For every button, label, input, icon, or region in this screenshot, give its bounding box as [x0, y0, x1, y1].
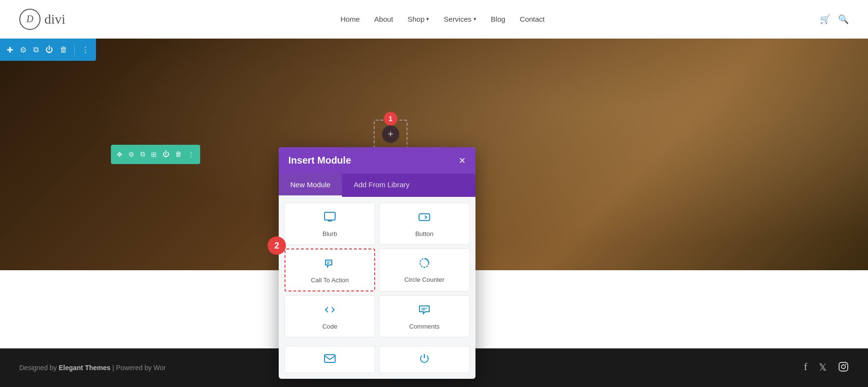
svg-rect-3 — [419, 214, 430, 221]
modal-close-button[interactable]: ✕ — [459, 155, 466, 166]
module-call-to-action[interactable]: Call To Action — [285, 249, 375, 291]
more-col-icon[interactable]: ⋮ — [188, 151, 194, 159]
more-row-icon[interactable]: ⋮ — [81, 45, 89, 55]
footer-credits: Designed by Elegant Themes | Powered by … — [19, 364, 166, 372]
facebook-icon[interactable]: f — [804, 361, 807, 374]
row-toolbar-top: ✚ ⚙ ⧉ ⏻ 🗑 ⋮ — [0, 39, 96, 61]
tab-add-from-library[interactable]: Add From Library — [342, 174, 421, 197]
nav-about[interactable]: About — [374, 15, 393, 23]
cta-icon — [324, 258, 336, 272]
insert-module-modal: Insert Module ✕ New Module Add From Libr… — [279, 147, 475, 379]
button-icon — [419, 212, 430, 225]
disable-row-icon[interactable]: ⏻ — [45, 45, 53, 54]
column-toolbar: ✥ ⚙ ⧉ ⊞ ⏻ 🗑 ⋮ — [111, 145, 200, 164]
add-module-button[interactable]: + — [382, 125, 399, 143]
site-header: D divi Home About Shop ▾ Services ▾ Blog… — [0, 0, 868, 39]
duplicate-row-icon[interactable]: ⧉ — [33, 45, 39, 54]
add-row-icon[interactable]: ✚ — [7, 45, 13, 55]
modal-tabs: New Module Add From Library — [279, 174, 475, 197]
circle-counter-icon — [419, 258, 430, 271]
settings-row-icon[interactable]: ⚙ — [20, 45, 27, 55]
header-icons: 🛒 🔍 — [820, 14, 849, 25]
add-module-area: 1 + — [374, 120, 407, 149]
blurb-label: Blurb — [323, 230, 337, 237]
duplicate-col-icon[interactable]: ⧉ — [140, 151, 145, 158]
instagram-icon[interactable] — [838, 361, 849, 374]
power-icon — [419, 353, 430, 366]
nav-services[interactable]: Services ▾ — [444, 15, 476, 23]
module-power-partial[interactable] — [379, 346, 470, 373]
module-email-partial[interactable] — [285, 346, 375, 373]
cta-label: Call To Action — [311, 276, 349, 284]
comments-icon — [419, 304, 430, 318]
blurb-icon — [324, 212, 336, 225]
twitter-icon[interactable]: 𝕏 — [819, 361, 827, 374]
logo-circle: D — [19, 9, 41, 30]
social-links: f 𝕏 — [804, 361, 849, 374]
module-circle-counter[interactable]: Circle Counter — [379, 249, 470, 291]
nav-contact[interactable]: Contact — [520, 15, 545, 23]
footer-designed-by: Designed by — [19, 364, 59, 372]
footer-brand: Elegant Themes — [59, 364, 110, 372]
columns-icon[interactable]: ⊞ — [151, 151, 157, 159]
settings-col-icon[interactable]: ⚙ — [128, 151, 135, 159]
search-icon[interactable]: 🔍 — [838, 14, 849, 25]
logo[interactable]: D divi — [19, 9, 66, 30]
cart-icon[interactable]: 🛒 — [820, 14, 830, 25]
circle-counter-label: Circle Counter — [404, 276, 444, 283]
email-icon — [324, 354, 336, 365]
nav-home[interactable]: Home — [340, 15, 360, 23]
step-badge-1: 1 — [384, 112, 397, 125]
module-grid: Blurb Button Call To Action — [279, 197, 475, 343]
svg-rect-10 — [839, 362, 848, 371]
code-icon — [324, 304, 336, 318]
svg-point-12 — [845, 363, 846, 364]
nav-blog[interactable]: Blog — [491, 15, 505, 23]
svg-rect-9 — [325, 355, 335, 362]
footer-powered-by: | Powered by Wor — [112, 364, 166, 372]
module-code[interactable]: Code — [285, 295, 375, 337]
nav-shop[interactable]: Shop ▾ — [407, 15, 429, 23]
comments-label: Comments — [409, 323, 440, 330]
delete-col-icon[interactable]: 🗑 — [175, 151, 182, 158]
button-label: Button — [415, 230, 434, 237]
svg-rect-0 — [325, 212, 335, 220]
modal-title: Insert Module — [288, 155, 351, 166]
main-nav: Home About Shop ▾ Services ▾ Blog Contac… — [340, 15, 545, 23]
delete-row-icon[interactable]: 🗑 — [60, 45, 68, 54]
module-blurb[interactable]: Blurb — [285, 203, 375, 245]
disable-col-icon[interactable]: ⏻ — [163, 151, 169, 158]
module-grid-partial — [279, 343, 475, 379]
svg-point-11 — [841, 365, 845, 369]
code-label: Code — [322, 323, 337, 330]
tab-new-module[interactable]: New Module — [279, 174, 342, 197]
module-comments[interactable]: Comments — [379, 295, 470, 337]
module-button[interactable]: Button — [379, 203, 470, 245]
step-badge-2: 2 — [268, 236, 286, 255]
move-col-icon[interactable]: ✥ — [117, 151, 122, 159]
toolbar-separator — [74, 45, 75, 55]
modal-header: Insert Module ✕ — [279, 147, 475, 174]
logo-text: divi — [44, 12, 66, 27]
